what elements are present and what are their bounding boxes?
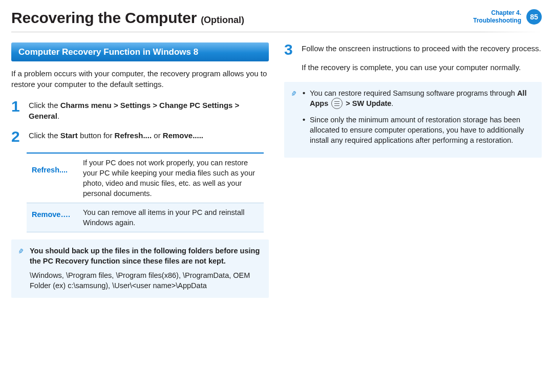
step2-mid1: button for — [78, 131, 115, 140]
left-column: Computer Recovery Function in Windows 8 … — [11, 42, 269, 298]
chapter-text: Chapter 4. Troubleshooting — [473, 9, 521, 25]
remove-desc: You can remove all items in your PC and … — [78, 203, 264, 232]
step2-b3: Remove..... — [163, 131, 203, 140]
step3-line2: If the recovery is complete, you can use… — [284, 62, 542, 73]
backup-note-box: You should back up the files in the foll… — [11, 239, 269, 298]
step-2-body: Click the Start button for Refresh.... o… — [29, 129, 269, 141]
note-list: You can restore required Samsung softwar… — [303, 88, 535, 145]
step-3: 3 Follow the onscreen instructions to pr… — [284, 42, 542, 57]
item1-gt: > — [344, 99, 352, 107]
step2-b2: Refresh.... — [115, 131, 152, 140]
step-1: 1 Click the Charms menu > Settings > Cha… — [11, 99, 269, 121]
page-title: Recovering the Computer — [11, 9, 197, 27]
table-row: Remove…. You can remove all items in you… — [27, 203, 264, 232]
step-1-body: Click the Charms menu > Settings > Chang… — [29, 99, 269, 121]
list-item: Since only the minimum amount of restora… — [303, 115, 535, 145]
step2-pre: Click the — [29, 131, 60, 140]
note-content: You can restore required Samsung softwar… — [303, 88, 535, 150]
section-banner: Computer Recovery Function in Windows 8 — [11, 42, 269, 61]
step3-line1: Follow the onscreen instructions to proc… — [302, 44, 541, 53]
table-row: Refresh.... If your PC does not work pro… — [27, 153, 264, 203]
refresh-desc: If your PC does not work properly, you c… — [78, 153, 264, 203]
intro-paragraph: If a problem occurs with your computer, … — [11, 69, 269, 90]
step1-post: . — [57, 112, 59, 120]
page-header: Recovering the Computer (Optional) Chapt… — [0, 0, 553, 27]
chapter-line-1: Chapter 4. — [473, 9, 521, 17]
title-wrap: Recovering the Computer (Optional) — [11, 9, 244, 27]
note-icon — [18, 246, 25, 256]
page-subtitle: (Optional) — [201, 15, 244, 26]
item1-post: . — [391, 99, 393, 107]
right-column: 3 Follow the onscreen instructions to pr… — [284, 42, 542, 298]
chapter-block: Chapter 4. Troubleshooting 85 — [473, 9, 542, 25]
list-item: You can restore required Samsung softwar… — [303, 88, 535, 110]
step-number-1: 1 — [11, 99, 23, 114]
chapter-line-2: Troubleshooting — [473, 17, 521, 25]
step2-mid2: or — [152, 131, 163, 140]
step-2: 2 Click the Start button for Refresh....… — [11, 129, 269, 144]
step-number-3: 3 — [284, 42, 295, 57]
item1-pre: You can restore required Samsung softwar… — [310, 89, 517, 97]
sw-update-note-box: You can restore required Samsung softwar… — [284, 82, 542, 158]
step2-b1: Start — [60, 131, 78, 140]
page-number-badge: 85 — [526, 9, 542, 25]
note-bold: You should back up the files in the foll… — [30, 246, 262, 266]
remove-label: Remove…. — [27, 203, 78, 232]
step1-pre: Click the — [29, 101, 60, 110]
refresh-label: Refresh.... — [27, 153, 78, 203]
step-3-body: Follow the onscreen instructions to proc… — [302, 42, 542, 54]
step-number-2: 2 — [11, 129, 23, 144]
content-columns: Computer Recovery Function in Windows 8 … — [0, 32, 553, 298]
note-paths: \Windows, \Program files, \Program files… — [30, 270, 262, 291]
options-table: Refresh.... If your PC does not work pro… — [27, 153, 264, 232]
all-apps-icon — [331, 98, 343, 109]
note-content: You should back up the files in the foll… — [30, 246, 262, 291]
item1-b2: SW Update — [352, 99, 392, 107]
note-icon — [291, 88, 297, 99]
step1-bold: Charms menu > Settings > Change PC Setti… — [29, 101, 239, 120]
